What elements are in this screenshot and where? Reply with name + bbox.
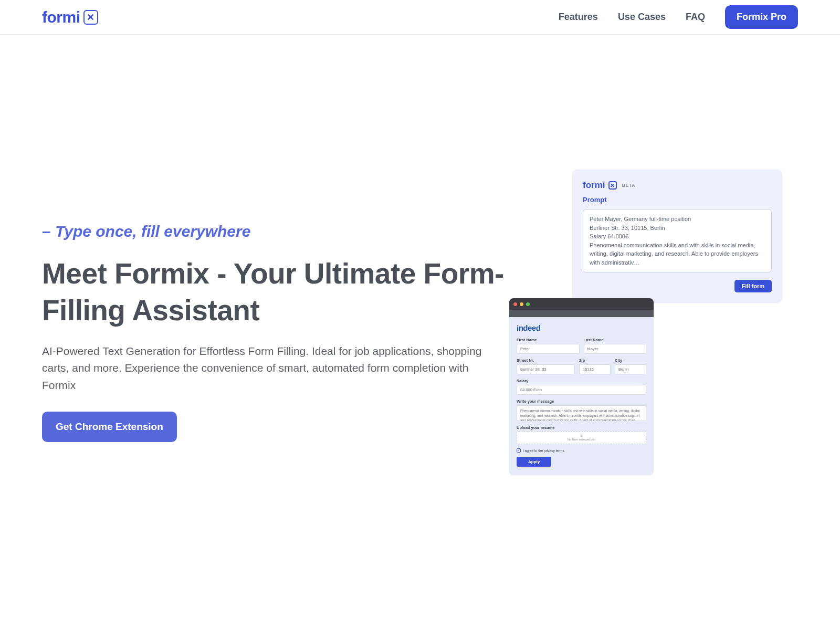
salary-field[interactable]: 64.000 Euro <box>517 385 646 395</box>
prompt-label: Prompt <box>583 196 772 204</box>
brand-logo[interactable]: formi ✕ <box>42 8 98 26</box>
message-label: Write your message <box>517 399 646 404</box>
prompt-textarea[interactable]: Peter Mayer, Germany full-time position … <box>583 209 772 272</box>
hero-subtitle: AI-Powered Text Generation for Effortles… <box>42 343 483 394</box>
upload-hint: No files selected yet <box>568 438 596 442</box>
brand-mark-icon: ✕ <box>83 10 98 25</box>
checkbox-icon: ✓ <box>517 448 521 453</box>
nav-pro-button[interactable]: Formix Pro <box>725 5 798 29</box>
site-header: formi ✕ Features Use Cases FAQ Formix Pr… <box>0 0 840 35</box>
city-label: City <box>615 358 646 363</box>
apply-button[interactable]: Apply <box>517 457 551 467</box>
hero-section: – Type once, fill everywhere Meet Formix… <box>0 35 840 630</box>
last-name-label: Last Name <box>584 338 647 342</box>
prompt-card: formi ✕ BETA Prompt Peter Mayer, Germany… <box>572 170 782 303</box>
indeed-logo: indeed <box>517 323 646 332</box>
browser-form-card: indeed First Name Peter Last Name Mayer … <box>509 298 654 475</box>
browser-address-bar <box>509 310 654 317</box>
privacy-checkbox-row[interactable]: ✓ I agree to the privacy terms <box>517 448 646 453</box>
window-minimize-icon <box>520 302 523 306</box>
prompt-line: Phenomenal communication skills and with… <box>590 241 765 267</box>
upload-label: Upload your resume <box>517 425 646 430</box>
last-name-field[interactable]: Mayer <box>584 344 647 354</box>
window-zoom-icon <box>526 302 530 306</box>
privacy-label: I agree to the privacy terms <box>523 449 564 453</box>
prompt-line: Salary 64.000€ <box>590 232 765 241</box>
hero-copy: – Type once, fill everywhere Meet Formix… <box>42 223 504 442</box>
zip-field[interactable]: 10115 <box>579 364 611 374</box>
prompt-line: Berliner Str. 33, 10115, Berlin <box>590 224 765 233</box>
first-name-label: First Name <box>517 338 580 342</box>
beta-badge: BETA <box>622 183 636 188</box>
first-name-field[interactable]: Peter <box>517 344 580 354</box>
nav-use-cases[interactable]: Use Cases <box>618 12 666 23</box>
prompt-line: Peter Mayer, Germany full-time position <box>590 215 765 224</box>
main-nav: Features Use Cases FAQ Formix Pro <box>559 5 798 29</box>
prompt-card-logo-text: formi <box>583 180 605 191</box>
street-field[interactable]: Berliner Str. 33 <box>517 364 575 374</box>
form-body: indeed First Name Peter Last Name Mayer … <box>509 317 654 475</box>
street-label: Street Nr. <box>517 358 575 363</box>
get-extension-button[interactable]: Get Chrome Extension <box>42 412 177 442</box>
zip-label: Zip <box>579 358 611 363</box>
message-field[interactable]: Phenomenal communication skills and with… <box>517 405 646 421</box>
nav-features[interactable]: Features <box>559 12 598 23</box>
hero-tagline: – Type once, fill everywhere <box>42 223 504 240</box>
hero-illustration: formi ✕ BETA Prompt Peter Mayer, Germany… <box>525 185 766 479</box>
upload-dropzone[interactable]: ⊕ No files selected yet <box>517 432 646 444</box>
prompt-card-logo: formi ✕ BETA <box>583 180 772 191</box>
window-close-icon <box>513 302 517 306</box>
city-field[interactable]: Berlin <box>615 364 646 374</box>
brand-name: formi <box>42 8 80 26</box>
prompt-card-logo-icon: ✕ <box>608 181 617 190</box>
salary-label: Salary <box>517 379 646 383</box>
nav-faq[interactable]: FAQ <box>686 12 705 23</box>
hero-title: Meet Formix - Your Ultimate Form-Filling… <box>42 255 504 329</box>
browser-titlebar <box>509 298 654 310</box>
fill-form-button[interactable]: Fill form <box>734 280 772 292</box>
upload-icon: ⊕ <box>580 434 583 438</box>
